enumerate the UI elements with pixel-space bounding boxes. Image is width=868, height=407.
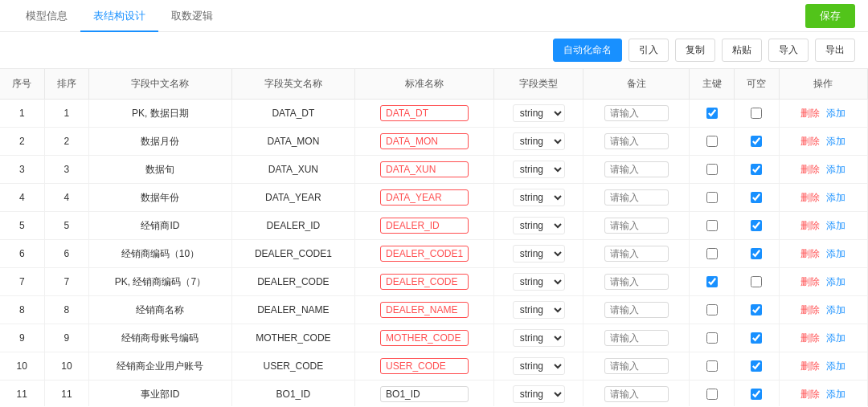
remark-input[interactable] bbox=[604, 133, 669, 149]
std-name-input[interactable] bbox=[380, 302, 469, 318]
cell-pk[interactable] bbox=[690, 156, 735, 184]
remark-input[interactable] bbox=[604, 274, 669, 290]
std-name-input[interactable] bbox=[380, 330, 469, 346]
cell-std-name[interactable] bbox=[355, 156, 494, 184]
type-select[interactable]: string bbox=[513, 385, 565, 403]
cell-std-name[interactable] bbox=[355, 184, 494, 212]
cell-remark[interactable] bbox=[583, 184, 690, 212]
nullable-checkbox[interactable] bbox=[751, 136, 762, 147]
delete-button[interactable]: 删除 bbox=[797, 107, 823, 120]
std-name-input[interactable] bbox=[380, 218, 469, 234]
remark-input[interactable] bbox=[604, 218, 669, 234]
delete-button[interactable]: 删除 bbox=[797, 163, 823, 177]
pk-checkbox[interactable] bbox=[706, 192, 718, 203]
cell-type[interactable]: string bbox=[493, 268, 583, 296]
nullable-checkbox[interactable] bbox=[751, 276, 762, 287]
remark-input[interactable] bbox=[604, 246, 669, 262]
type-select[interactable]: string bbox=[513, 189, 565, 206]
std-name-input[interactable] bbox=[380, 161, 469, 177]
import-button[interactable]: 导入 bbox=[768, 39, 809, 62]
cell-pk[interactable] bbox=[690, 381, 735, 407]
add-button[interactable]: 添加 bbox=[823, 303, 849, 317]
delete-button[interactable]: 删除 bbox=[797, 332, 823, 345]
add-button[interactable]: 添加 bbox=[823, 360, 849, 373]
nullable-checkbox[interactable] bbox=[751, 304, 762, 315]
remark-input[interactable] bbox=[604, 358, 669, 374]
cell-remark[interactable] bbox=[583, 268, 690, 296]
add-button[interactable]: 添加 bbox=[823, 135, 849, 149]
cell-nullable[interactable] bbox=[735, 100, 780, 128]
cell-nullable[interactable] bbox=[735, 184, 780, 212]
pk-checkbox[interactable] bbox=[706, 108, 718, 119]
delete-button[interactable]: 删除 bbox=[797, 247, 823, 261]
cell-std-name[interactable] bbox=[355, 324, 494, 352]
cell-std-name[interactable] bbox=[355, 352, 494, 381]
remark-input[interactable] bbox=[604, 161, 669, 177]
std-name-input[interactable] bbox=[380, 386, 469, 402]
cell-remark[interactable] bbox=[583, 128, 690, 156]
pk-checkbox[interactable] bbox=[706, 332, 718, 344]
type-select[interactable]: string bbox=[513, 161, 565, 178]
add-button[interactable]: 添加 bbox=[823, 219, 849, 233]
cell-remark[interactable] bbox=[583, 212, 690, 240]
std-name-input[interactable] bbox=[380, 246, 469, 262]
cell-type[interactable]: string bbox=[493, 352, 583, 381]
tab-data-logic[interactable]: 取数逻辑 bbox=[158, 0, 226, 32]
cell-pk[interactable] bbox=[690, 128, 735, 156]
delete-button[interactable]: 删除 bbox=[797, 275, 823, 289]
add-button[interactable]: 添加 bbox=[823, 163, 849, 177]
remark-input[interactable] bbox=[604, 302, 669, 318]
nullable-checkbox[interactable] bbox=[751, 248, 762, 259]
cell-type[interactable]: string bbox=[493, 324, 583, 352]
type-select[interactable]: string bbox=[513, 357, 565, 375]
remark-input[interactable] bbox=[604, 105, 669, 121]
cell-remark[interactable] bbox=[583, 324, 690, 352]
type-select[interactable]: string bbox=[513, 273, 565, 291]
cell-remark[interactable] bbox=[583, 240, 690, 268]
cell-nullable[interactable] bbox=[735, 268, 780, 296]
cell-nullable[interactable] bbox=[735, 381, 780, 407]
remark-input[interactable] bbox=[604, 330, 669, 346]
cell-type[interactable]: string bbox=[493, 156, 583, 184]
nullable-checkbox[interactable] bbox=[751, 220, 762, 231]
cell-nullable[interactable] bbox=[735, 156, 780, 184]
tab-model-info[interactable]: 模型信息 bbox=[13, 0, 80, 32]
delete-button[interactable]: 删除 bbox=[797, 135, 823, 149]
type-select[interactable]: string bbox=[513, 217, 565, 234]
paste-button[interactable]: 粘贴 bbox=[722, 39, 762, 62]
pk-checkbox[interactable] bbox=[706, 276, 718, 287]
add-button[interactable]: 添加 bbox=[823, 191, 849, 205]
cell-remark[interactable] bbox=[583, 156, 690, 184]
export-button[interactable]: 导出 bbox=[815, 39, 855, 62]
delete-button[interactable]: 删除 bbox=[797, 360, 823, 373]
cell-pk[interactable] bbox=[690, 268, 735, 296]
pk-checkbox[interactable] bbox=[706, 248, 718, 259]
cell-nullable[interactable] bbox=[735, 212, 780, 240]
delete-button[interactable]: 删除 bbox=[797, 303, 823, 317]
std-name-input[interactable] bbox=[380, 133, 469, 149]
cell-std-name[interactable] bbox=[355, 381, 494, 407]
add-button[interactable]: 添加 bbox=[823, 275, 849, 289]
nullable-checkbox[interactable] bbox=[751, 108, 762, 119]
cell-type[interactable]: string bbox=[493, 128, 583, 156]
add-button[interactable]: 添加 bbox=[823, 388, 849, 401]
pk-checkbox[interactable] bbox=[706, 360, 718, 372]
cell-pk[interactable] bbox=[690, 324, 735, 352]
nullable-checkbox[interactable] bbox=[751, 332, 762, 344]
cell-type[interactable]: string bbox=[493, 100, 583, 128]
cell-pk[interactable] bbox=[690, 352, 735, 381]
pk-checkbox[interactable] bbox=[706, 304, 718, 315]
cell-type[interactable]: string bbox=[493, 212, 583, 240]
cell-type[interactable]: string bbox=[493, 381, 583, 407]
cell-remark[interactable] bbox=[583, 296, 690, 324]
delete-button[interactable]: 删除 bbox=[797, 219, 823, 233]
auto-rename-button[interactable]: 自动化命名 bbox=[553, 39, 622, 62]
cell-std-name[interactable] bbox=[355, 268, 494, 296]
type-select[interactable]: string bbox=[513, 132, 565, 150]
nullable-checkbox[interactable] bbox=[751, 360, 762, 372]
cell-nullable[interactable] bbox=[735, 240, 780, 268]
import-ref-button[interactable]: 引入 bbox=[628, 39, 669, 62]
type-select[interactable]: string bbox=[513, 329, 565, 347]
cell-pk[interactable] bbox=[690, 100, 735, 128]
nullable-checkbox[interactable] bbox=[751, 389, 762, 400]
